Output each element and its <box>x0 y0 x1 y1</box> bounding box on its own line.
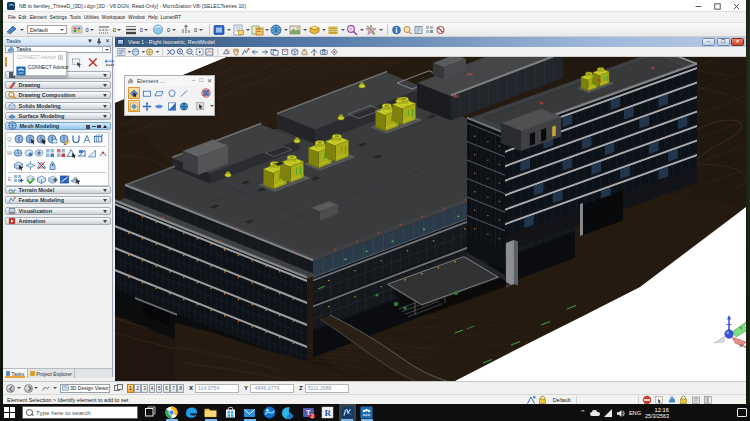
view-graph-button[interactable] <box>240 47 250 56</box>
properties-button[interactable] <box>413 24 424 36</box>
models-button[interactable] <box>213 24 232 36</box>
edit-mesh-button[interactable] <box>59 134 70 145</box>
explorer-icon[interactable] <box>204 406 217 419</box>
z-coordinate-field[interactable]: 5111.2689 <box>305 384 349 393</box>
selection-mode-clear[interactable] <box>178 100 190 112</box>
menu-item[interactable]: LumenRT <box>161 15 182 20</box>
selection-method-line[interactable] <box>178 87 190 99</box>
view-restore-button[interactable]: ❐ <box>717 38 730 46</box>
tasks-combo-arrow[interactable] <box>102 47 110 54</box>
task-section-animation[interactable]: Animation <box>5 217 111 225</box>
menu-item[interactable]: Window <box>128 15 145 20</box>
edge-icon[interactable] <box>185 406 198 419</box>
teams-icon[interactable]: T2 <box>302 406 315 419</box>
active-level-combo[interactable]: Default <box>27 25 67 34</box>
mesh-drape-button[interactable] <box>76 148 87 159</box>
view-titlebar[interactable]: View 1 - Right Isometric, RevitModel ─ ❐… <box>115 37 746 47</box>
selection-method-shape[interactable] <box>153 87 165 99</box>
copy-view-button[interactable] <box>270 47 280 56</box>
mesh-cleanup-button[interactable] <box>36 134 47 145</box>
active-priority[interactable]: 0 <box>179 24 204 36</box>
mesh-drop-button[interactable] <box>47 160 58 171</box>
view-next-button[interactable] <box>260 47 270 56</box>
r-icon[interactable]: R <box>321 406 334 419</box>
dialog-close-icon[interactable]: ✕ <box>207 77 212 84</box>
selection-method-circle[interactable] <box>166 87 178 99</box>
mesh-delete-facet-button[interactable] <box>36 160 47 171</box>
view-minimize-button[interactable]: ─ <box>702 38 715 46</box>
window-area-button[interactable] <box>195 47 205 56</box>
selection-mode-add[interactable] <box>141 100 153 112</box>
mesh-region-button[interactable] <box>47 134 58 145</box>
navigate-view-button[interactable] <box>329 47 339 56</box>
clip-mask-button[interactable] <box>280 47 290 56</box>
display-style-button[interactable] <box>131 46 145 57</box>
mesh-offset-button[interactable] <box>24 148 35 159</box>
task-view-icon[interactable] <box>144 404 156 421</box>
menu-item[interactable]: Utilities <box>84 15 99 20</box>
minimize-button[interactable] <box>689 0 708 12</box>
menu-item[interactable]: Workspace <box>102 15 125 20</box>
view-previous-button[interactable] <box>250 47 260 56</box>
chrome-icon[interactable] <box>165 406 178 419</box>
camera-button[interactable] <box>319 47 329 56</box>
references-button[interactable] <box>251 24 270 36</box>
task-section-solids-modeling[interactable]: Solids Modeling <box>5 102 111 110</box>
taskbar-search[interactable]: Type here to search <box>22 406 138 419</box>
panel-tab[interactable]: Project Explorer <box>28 369 76 378</box>
mesh-modify-button[interactable] <box>34 148 45 159</box>
microstation-icon[interactable] <box>341 406 354 419</box>
zoom-out-button[interactable] <box>185 47 195 56</box>
markup-button[interactable] <box>365 24 384 36</box>
speaker-icon[interactable] <box>616 404 625 421</box>
element-selection-dialog[interactable]: Element ... – □ ✕ <box>124 75 215 116</box>
view-toggle[interactable]: 8 <box>177 384 184 393</box>
measure-button[interactable] <box>104 57 116 68</box>
task-section-mesh-modeling[interactable]: Mesh Modeling <box>5 122 111 130</box>
pan-view-button[interactable] <box>231 47 241 56</box>
view-toggle[interactable]: 7 <box>170 384 177 393</box>
dropdown-arrow-icon[interactable] <box>17 387 21 389</box>
select-all-button[interactable] <box>194 100 206 112</box>
mail-icon[interactable] <box>243 406 256 419</box>
selection-method-individual[interactable] <box>128 87 140 99</box>
view-close-button[interactable]: ✕ <box>731 38 744 46</box>
task-section-visualization[interactable]: Visualization <box>5 207 111 215</box>
fence-button[interactable] <box>71 57 83 68</box>
fly-button[interactable] <box>309 47 319 56</box>
taskbar-clock[interactable]: 12:16 25/3/2563 <box>645 407 669 419</box>
active-line-weight[interactable]: 0 <box>124 24 149 36</box>
task-section-terrain-model[interactable]: Terrain Model <box>5 186 111 194</box>
mesh-volume-button[interactable] <box>36 174 47 185</box>
element-dialog-titlebar[interactable]: Element ... – □ ✕ <box>125 76 214 86</box>
next-view-group-button[interactable] <box>24 384 33 393</box>
task-section-feature-modeling[interactable]: Feature Modeling <box>5 196 111 204</box>
rotate-view-button[interactable] <box>221 47 231 56</box>
manage-view-groups-icon[interactable] <box>114 384 123 392</box>
view-group-sketch-icon[interactable] <box>42 384 51 392</box>
start-button[interactable] <box>0 404 18 421</box>
dialog-minimize-icon[interactable]: – <box>192 77 195 84</box>
view-toggle[interactable]: 2 <box>134 384 141 393</box>
fit-view-button[interactable] <box>205 47 215 56</box>
delete-element-button[interactable] <box>435 24 446 36</box>
mesh-validate-button[interactable] <box>24 174 35 185</box>
mesh-boolean-unite-button[interactable] <box>70 134 81 145</box>
adjust-view-button[interactable] <box>145 46 159 57</box>
onedrive-icon[interactable] <box>590 410 600 416</box>
level-manager-button[interactable] <box>346 24 365 36</box>
view-attributes-button[interactable] <box>117 46 131 57</box>
clip-volume-button[interactable] <box>290 47 300 56</box>
browser-icon[interactable] <box>263 406 276 419</box>
tray-expand-icon[interactable]: ⌃ <box>580 408 586 416</box>
mesh-stack-button[interactable] <box>70 174 81 185</box>
dialog-maximize-icon[interactable]: □ <box>199 77 203 84</box>
menu-item[interactable]: Edit <box>19 15 27 20</box>
selection-mode-new[interactable] <box>128 100 140 112</box>
menu-item[interactable]: Settings <box>50 15 67 20</box>
mesh-from-element-button[interactable] <box>13 134 24 145</box>
notification-center-icon[interactable] <box>737 408 747 417</box>
mesh-extract-button[interactable] <box>47 174 58 185</box>
raster-manager-button[interactable] <box>270 24 289 36</box>
zoom-arrow-button[interactable] <box>165 47 175 56</box>
